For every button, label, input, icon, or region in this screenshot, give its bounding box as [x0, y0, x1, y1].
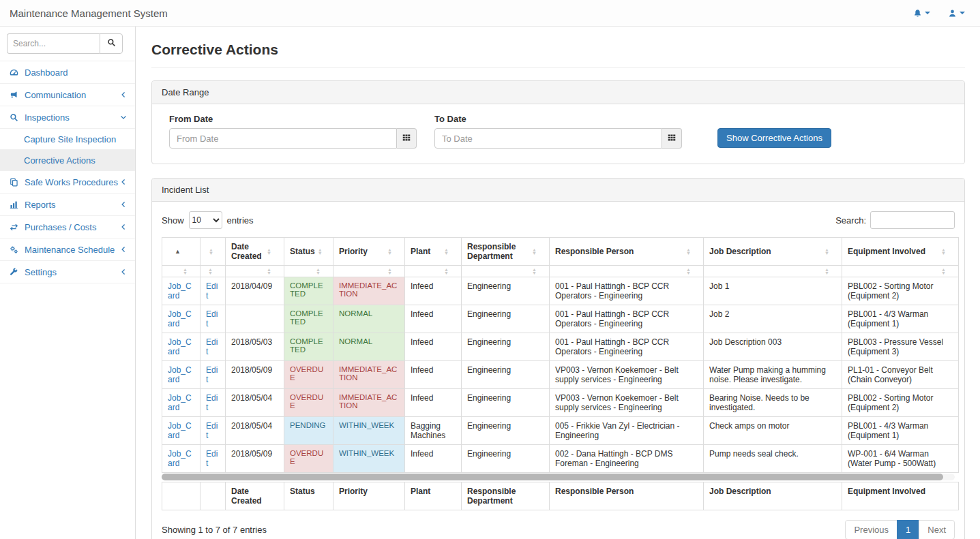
- edit-link[interactable]: Edit: [206, 393, 218, 412]
- sort-icon[interactable]: ▲▼: [318, 248, 323, 255]
- from-date-input[interactable]: [169, 128, 397, 149]
- job-card-link[interactable]: Job_Card: [168, 449, 192, 468]
- responsible-person-cell: 002 - Dana Hattingh - BCP DMS Foreman - …: [550, 445, 704, 473]
- sort-icon[interactable]: ▲▼: [941, 268, 946, 275]
- sidebar-item-dashboard[interactable]: Dashboard: [0, 61, 135, 84]
- column-header[interactable]: Responsible Person▲▼: [550, 238, 704, 266]
- sort-icon[interactable]: ▲▼: [825, 248, 829, 255]
- horizontal-scrollbar-track: [162, 474, 955, 480]
- from-date-label: From Date: [169, 114, 434, 124]
- table-row: Job_CardEdit2018/05/09OVERDUEWITHIN_WEEK…: [162, 445, 959, 473]
- sort-icon[interactable]: ▲▼: [208, 268, 213, 275]
- sidebar-item-safe-works-procedures[interactable]: Safe Works Procedures: [0, 171, 135, 194]
- column-header[interactable]: Equipment Involved▲▼: [842, 238, 959, 266]
- sort-icon[interactable]: ▲▼: [941, 248, 946, 255]
- sort-icon[interactable]: ▲▼: [444, 268, 449, 275]
- table-search-input[interactable]: [870, 211, 955, 229]
- footer-column-header: Date Created: [226, 482, 284, 510]
- filter-cell[interactable]: ▲▼: [704, 266, 842, 277]
- sidebar-search-button[interactable]: [100, 33, 123, 54]
- sidebar-item-maintenance-schedule[interactable]: Maintenance Schedule: [0, 238, 135, 261]
- show-corrective-actions-button[interactable]: Show Corrective Actions: [717, 128, 831, 148]
- chevron-left-icon: [120, 224, 127, 230]
- notifications-menu[interactable]: [913, 9, 930, 18]
- responsible-person-cell: 001 - Paul Hattingh - BCP CCR Operators …: [550, 305, 704, 333]
- table-row: Job_CardEdit2018/05/04OVERDUEIMMEDIATE_A…: [162, 389, 959, 417]
- job-card-link[interactable]: Job_Card: [168, 365, 192, 384]
- filter-cell[interactable]: ▲▼: [550, 266, 704, 277]
- sidebar-item-label: Dashboard: [25, 67, 127, 78]
- job-description-cell: Job 2: [704, 305, 842, 333]
- filter-cell[interactable]: ▲▼: [201, 266, 226, 277]
- edit-link[interactable]: Edit: [206, 421, 218, 440]
- sort-icon[interactable]: ▲▼: [532, 268, 537, 275]
- responsible-department-cell: Engineering: [462, 361, 550, 389]
- footer-column-header: Job Description: [704, 482, 842, 510]
- sort-icon[interactable]: ▲▼: [209, 248, 213, 255]
- edit-link[interactable]: Edit: [206, 337, 218, 356]
- filter-cell[interactable]: ▲▼: [462, 266, 550, 277]
- edit-cell: Edit: [201, 277, 226, 305]
- top-navbar: Maintenance Management System: [0, 0, 980, 27]
- job-card-link[interactable]: Job_Card: [168, 281, 192, 301]
- column-header[interactable]: Status▲▼: [284, 238, 333, 266]
- sort-icon[interactable]: ▲▼: [686, 248, 691, 255]
- sidebar-item-inspections[interactable]: Inspections: [0, 106, 135, 129]
- table-row: Job_CardEditCOMPLETEDNORMALInfeedEnginee…: [162, 305, 959, 333]
- sort-icon[interactable]: ▲▼: [444, 248, 449, 255]
- edit-cell: Edit: [201, 333, 226, 361]
- sidebar-subitem-corrective-actions[interactable]: Corrective Actions: [0, 150, 135, 171]
- sort-icon[interactable]: ▲▼: [532, 248, 537, 255]
- column-header[interactable]: Responsible Department▲▼: [462, 238, 550, 266]
- column-header[interactable]: ▲▼: [201, 238, 226, 266]
- job-card-link[interactable]: Job_Card: [168, 309, 192, 328]
- show-label: Show: [162, 215, 184, 226]
- edit-link[interactable]: Edit: [206, 309, 218, 328]
- sidebar-item-purchases-costs[interactable]: Purchases / Costs: [0, 216, 135, 238]
- sort-icon[interactable]: ▲▼: [267, 248, 271, 255]
- sidebar-item-reports[interactable]: Reports: [0, 194, 135, 216]
- exchange-icon: [8, 223, 20, 232]
- column-header-sorted[interactable]: ▲: [162, 238, 201, 266]
- column-header[interactable]: Priority▲▼: [333, 238, 405, 266]
- sort-icon[interactable]: ▲▼: [387, 248, 392, 255]
- pagination-page-1-button[interactable]: 1: [897, 520, 919, 539]
- job-card-link[interactable]: Job_Card: [168, 393, 192, 412]
- sort-icon[interactable]: ▲▼: [267, 268, 271, 275]
- edit-link[interactable]: Edit: [206, 365, 218, 384]
- filter-cell[interactable]: ▲▼: [162, 266, 201, 277]
- status-cell: OVERDUE: [284, 445, 333, 473]
- job-card-link[interactable]: Job_Card: [168, 421, 192, 440]
- sort-icon[interactable]: ▲▼: [825, 268, 829, 275]
- job-card-link[interactable]: Job_Card: [168, 337, 192, 356]
- sidebar-item-settings[interactable]: Settings: [0, 261, 135, 283]
- to-date-calendar-button[interactable]: [662, 128, 682, 149]
- to-date-input[interactable]: [434, 128, 662, 149]
- sidebar-search-input[interactable]: [7, 33, 100, 54]
- filter-cell[interactable]: ▲▼: [284, 266, 333, 277]
- pagination-previous-button[interactable]: Previous: [845, 520, 897, 539]
- sort-icon[interactable]: ▲▼: [686, 268, 691, 275]
- filter-cell[interactable]: ▲▼: [333, 266, 405, 277]
- date-range-panel-title: Date Range: [152, 81, 964, 104]
- edit-link[interactable]: Edit: [206, 281, 218, 301]
- filter-cell[interactable]: ▲▼: [405, 266, 462, 277]
- pagination-next-button[interactable]: Next: [919, 520, 955, 539]
- filter-cell[interactable]: ▲▼: [842, 266, 959, 277]
- sidebar-item-communication[interactable]: Communication: [0, 84, 135, 106]
- page-length-select[interactable]: 10: [189, 211, 222, 229]
- edit-link[interactable]: Edit: [206, 449, 218, 468]
- sort-icon[interactable]: ▲▼: [387, 268, 392, 275]
- sidebar-subitem-capture-site-inspection[interactable]: Capture Site Inspection: [0, 129, 135, 150]
- sort-icon[interactable]: ▲▼: [183, 268, 188, 275]
- horizontal-scrollbar-thumb[interactable]: [162, 474, 943, 480]
- column-header[interactable]: Plant▲▼: [405, 238, 462, 266]
- user-menu[interactable]: [948, 9, 965, 18]
- column-header[interactable]: Date Created▲▼: [226, 238, 284, 266]
- equipment-involved-cell: PL1-01 - Conveyor Belt (Chain Conveyor): [842, 361, 959, 389]
- column-header[interactable]: Job Description▲▼: [704, 238, 842, 266]
- equipment-involved-cell: WP-001 - 6/4 Warman (Water Pump - 500Wat…: [842, 445, 959, 473]
- sort-icon[interactable]: ▲▼: [316, 268, 321, 275]
- from-date-calendar-button[interactable]: [397, 128, 417, 149]
- filter-cell[interactable]: ▲▼: [226, 266, 284, 277]
